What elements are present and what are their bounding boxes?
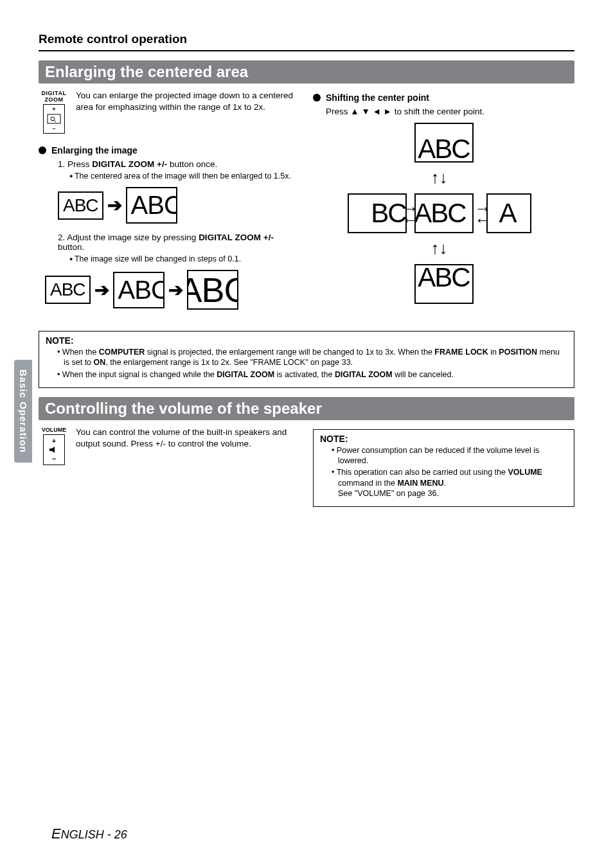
- section-heading-enlarging: Enlarging the centered area: [39, 60, 574, 84]
- step2-suffix: button.: [58, 242, 84, 252]
- subhead-text: Shifting the center point: [326, 93, 429, 103]
- shift-tile-center: ABC: [414, 193, 474, 233]
- step2-sub: The image size will be changed in steps …: [69, 254, 300, 263]
- arrow-keys-icon: ▲ ▼ ◄ ►: [350, 107, 392, 116]
- step2-bold: DIGITAL ZOOM +/-: [199, 233, 274, 242]
- arrow-right-icon: ➔: [107, 195, 122, 216]
- plus-icon: +: [52, 106, 55, 112]
- note-title: NOTE:: [320, 434, 567, 444]
- zoom-button-icon: + −: [43, 104, 65, 134]
- tile-abc-med: ABC: [126, 187, 177, 224]
- shift-instruction: Press ▲ ▼ ◄ ► to shift the center point.: [326, 107, 574, 116]
- plus-icon: +: [52, 437, 56, 445]
- footer-lang-rest: NGLISH: [61, 828, 104, 841]
- arrow-up-down-icon: ↑↓: [431, 238, 448, 258]
- shift-diagram: ABC ↑↓ BC →← ABC →← A ↑↓ ABC: [348, 123, 540, 328]
- footer-sep: -: [104, 828, 114, 841]
- note-box-zoom: NOTE: When the COMPUTER signal is projec…: [39, 331, 574, 388]
- bullet-icon: [39, 146, 46, 154]
- arrow-up-down-icon: ↑↓: [431, 168, 448, 188]
- shift-tile-right: A: [486, 193, 531, 233]
- svg-marker-3: [49, 447, 55, 453]
- shift-tile-top: ABC: [414, 123, 474, 163]
- svg-line-2: [54, 120, 56, 122]
- magnify-rect-icon: [47, 114, 61, 124]
- section-heading-volume: Controlling the volume of the speaker: [39, 397, 574, 420]
- shift-tile-left: BC: [348, 193, 407, 233]
- tile-abc-med2: ABC: [113, 272, 164, 308]
- step2-prefix: 2. Adjust the image size by pressing: [58, 233, 199, 242]
- note-box-volume: NOTE: Power consumption can be reduced i…: [313, 429, 574, 507]
- shift-prefix: Press: [326, 107, 350, 116]
- tile-abc-small: ABC: [58, 191, 103, 220]
- step1-prefix: 1. Press: [58, 159, 92, 169]
- note-item: This operation can also be carried out u…: [332, 467, 567, 499]
- step1-sub: The centered area of the image will then…: [69, 172, 300, 181]
- section1-intro: You can enlarge the projected image down…: [76, 90, 300, 113]
- subhead-shifting: Shifting the center point: [313, 93, 574, 103]
- note-item: Power consumption can be reduced if the …: [332, 445, 567, 466]
- remote-label: VOLUME: [39, 427, 69, 433]
- note-item: When the input signal is changed while t…: [57, 369, 567, 380]
- footer-lang-first: E: [51, 826, 61, 842]
- tile-abc-small2: ABC: [45, 276, 91, 304]
- subhead-text: Enlarging the image: [51, 145, 138, 155]
- note-item: When the COMPUTER signal is projected, t…: [57, 347, 567, 368]
- shift-suffix: to shift the center point.: [392, 107, 484, 116]
- speaker-icon: [48, 447, 60, 453]
- page-footer: ENGLISH - 26: [51, 826, 127, 842]
- diagram-step2: ABC ➔ ABC ➔ ABC: [45, 270, 300, 310]
- chapter-title: Remote control operation: [39, 32, 574, 46]
- note-list: Power consumption can be reduced if the …: [332, 445, 567, 499]
- remote-label: DIGITAL ZOOM: [39, 90, 69, 103]
- note-title: NOTE:: [46, 335, 567, 346]
- svg-rect-0: [48, 114, 60, 123]
- step-2: 2. Adjust the image size by pressing DIG…: [58, 233, 300, 252]
- subhead-enlarging-image: Enlarging the image: [39, 145, 300, 155]
- arrow-right-icon: ➔: [94, 279, 109, 301]
- divider: [39, 50, 574, 51]
- volume-button-graphic: VOLUME + −: [39, 427, 69, 465]
- section2-intro: You can control the volume of the built-…: [76, 427, 300, 450]
- step1-suffix: button once.: [167, 159, 217, 169]
- step-1: 1. Press DIGITAL ZOOM +/- button once.: [58, 159, 300, 169]
- minus-icon: −: [52, 125, 55, 132]
- step1-bold: DIGITAL ZOOM +/-: [92, 159, 167, 169]
- digital-zoom-button-graphic: DIGITAL ZOOM + −: [39, 90, 69, 134]
- tile-abc-large: ABC: [187, 270, 238, 310]
- shift-tile-bottom: ABC: [414, 264, 474, 304]
- bullet-icon: [313, 94, 321, 102]
- note-list: When the COMPUTER signal is projected, t…: [57, 347, 567, 380]
- diagram-step1: ABC ➔ ABC: [58, 187, 300, 224]
- volume-button-icon: + −: [43, 434, 65, 465]
- minus-icon: −: [52, 455, 56, 463]
- arrow-right-icon: ➔: [168, 279, 183, 301]
- footer-page: 26: [114, 828, 127, 841]
